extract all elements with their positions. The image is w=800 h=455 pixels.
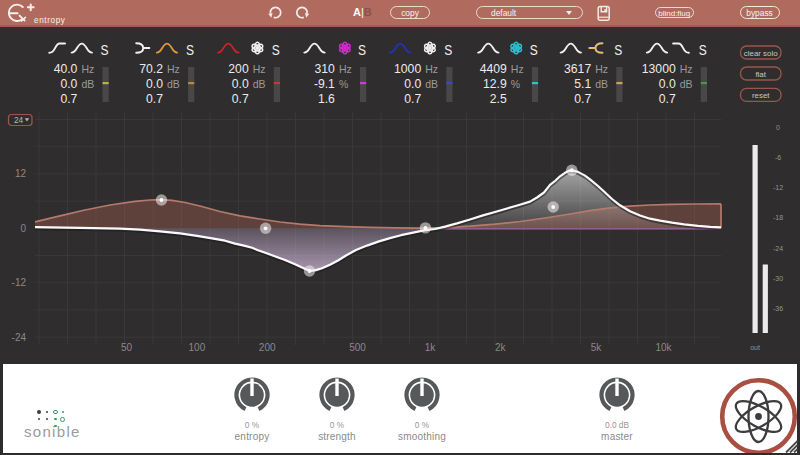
svg-text:5k: 5k — [591, 342, 603, 353]
svg-text:50: 50 — [121, 342, 133, 353]
svg-text:0: 0 — [20, 223, 26, 234]
svg-text:-24: -24 — [12, 332, 27, 343]
svg-text:-30: -30 — [773, 275, 783, 282]
svg-text:out: out — [750, 344, 760, 351]
svg-text:-12: -12 — [12, 277, 27, 288]
svg-text:-12: -12 — [773, 184, 783, 191]
svg-text:100: 100 — [189, 342, 206, 353]
svg-text:1k: 1k — [425, 342, 437, 353]
svg-text:-18: -18 — [773, 214, 783, 221]
svg-text:-6: -6 — [775, 154, 781, 161]
svg-text:200: 200 — [259, 342, 276, 353]
svg-text:0: 0 — [776, 124, 780, 131]
svg-text:24: 24 — [14, 115, 24, 125]
svg-text:-36: -36 — [773, 305, 783, 312]
svg-text:2k: 2k — [495, 342, 507, 353]
svg-text:-24: -24 — [773, 245, 783, 252]
svg-text:12: 12 — [15, 168, 27, 179]
svg-text:10k: 10k — [655, 342, 672, 353]
svg-text:500: 500 — [349, 342, 366, 353]
